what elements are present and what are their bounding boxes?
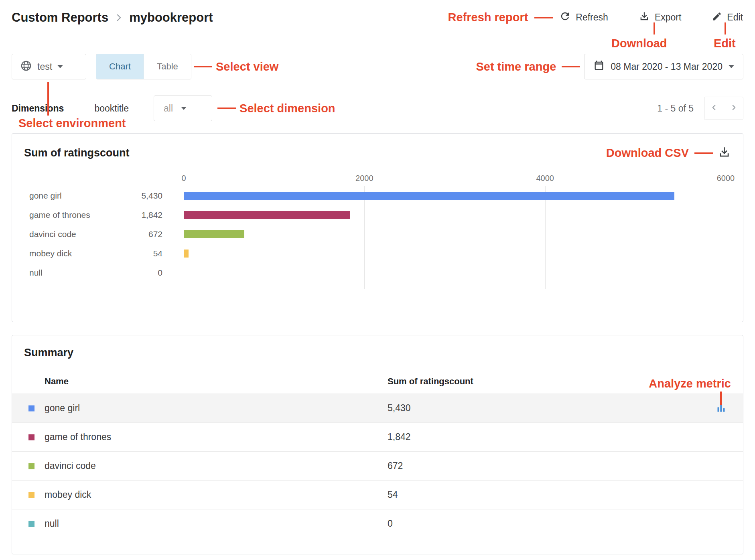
chart-bar-track: [184, 230, 726, 238]
row-name: game of thrones: [45, 432, 388, 442]
summary-title: Summary: [12, 347, 743, 359]
chart-bar[interactable]: [184, 250, 189, 258]
annotation-line: [654, 22, 655, 34]
chart-rows: gone girl 5,430 game of thrones 1,842 da…: [12, 186, 743, 282]
table-row: mobey dick 54: [12, 480, 743, 509]
environment-select[interactable]: test: [12, 54, 86, 79]
toolbar: test Chart Table Select view Set time ra…: [12, 54, 743, 79]
custom-report-page: Custom Reports mybookreport Refresh repo…: [0, 0, 755, 560]
environment-value: test: [37, 61, 52, 72]
row-name: gone girl: [45, 403, 388, 414]
chevron-left-icon: [710, 103, 718, 114]
pagination-next-button[interactable]: [724, 97, 743, 120]
chart-value-label: 672: [106, 229, 162, 239]
axis-tick-label: 4000: [536, 174, 554, 183]
series-color-swatch: [28, 405, 35, 411]
chart-row: null 0: [12, 263, 743, 282]
calendar-icon: [593, 60, 605, 73]
globe-icon: [20, 60, 32, 73]
chart-bar[interactable]: [184, 211, 350, 219]
tab-chart[interactable]: Chart: [96, 54, 144, 79]
chart-category-label: gone girl: [12, 191, 106, 201]
header-actions: Refresh report Refresh Export Edit: [448, 10, 743, 24]
row-name: davinci code: [45, 461, 388, 471]
chart-category-label: game of thrones: [12, 210, 106, 220]
annotation-line: [217, 108, 236, 109]
breadcrumb: Custom Reports mybookreport: [12, 10, 213, 25]
chart-bar-track: [184, 192, 726, 200]
pencil-icon: [712, 11, 722, 24]
chart-value-label: 54: [106, 249, 162, 258]
annotation-select-view: Select view: [216, 60, 278, 73]
table-row: game of thrones 1,842: [12, 422, 743, 451]
series-color-swatch: [28, 521, 35, 527]
dimension-selected-value: all: [164, 103, 173, 114]
summary-card: Summary Name Sum of ratingscount gone gi…: [12, 335, 743, 554]
export-label: Export: [655, 12, 681, 23]
annotation-download: Download: [611, 37, 667, 50]
row-value: 1,842: [388, 432, 699, 442]
summary-table-header: Name Sum of ratingscount: [12, 369, 743, 394]
annotation-download-csv: Download CSV: [606, 146, 689, 160]
row-value: 672: [388, 461, 699, 471]
annotation-set-time-range: Set time range: [476, 60, 556, 73]
bar-chart: 0200040006000 gone girl 5,430 game of th…: [12, 172, 743, 289]
pagination-prev-button[interactable]: [704, 97, 724, 120]
chart-category-label: null: [12, 268, 106, 278]
chart-bar-track: [184, 250, 726, 258]
row-name: mobey dick: [45, 489, 388, 500]
chart-card-header: Sum of ratingscount Download CSV: [12, 134, 743, 160]
dimension-value-select[interactable]: all: [154, 95, 212, 121]
chart-title: Sum of ratingscount: [24, 147, 130, 159]
annotation-select-dimension: Select dimension: [239, 102, 335, 115]
summary-rows: gone girl 5,430 game of thrones 1,842 da…: [12, 394, 743, 538]
row-value: 54: [388, 489, 699, 500]
annotation-line: [694, 152, 713, 154]
annotation-line: [194, 66, 212, 67]
header: Custom Reports mybookreport Refresh repo…: [0, 0, 755, 35]
chart-card: Sum of ratingscount Download CSV 0200040…: [12, 133, 743, 322]
chevron-down-icon: [57, 65, 63, 68]
export-button[interactable]: Export: [639, 11, 681, 24]
chevron-down-icon: [729, 65, 734, 68]
pagination-range: 1 - 5 of 5: [657, 103, 694, 114]
refresh-label: Refresh: [576, 12, 608, 23]
chart-value-label: 1,842: [106, 210, 162, 220]
chart-bar[interactable]: [184, 192, 674, 200]
dimensions-label: Dimensions: [12, 103, 64, 114]
annotation-analyze-metric: Analyze metric: [649, 377, 731, 390]
csv-group: Download CSV: [606, 146, 731, 160]
annotation-edit: Edit: [714, 37, 736, 50]
chart-row: game of thrones 1,842: [12, 205, 743, 225]
dimension-name: booktitle: [94, 103, 129, 114]
series-color-swatch: [28, 463, 35, 469]
breadcrumb-root[interactable]: Custom Reports: [12, 10, 108, 25]
annotation-line: [720, 392, 722, 405]
download-csv-icon[interactable]: [718, 146, 731, 160]
chevron-down-icon: [181, 107, 187, 110]
table-row: davinci code 672: [12, 451, 743, 480]
tab-table[interactable]: Table: [144, 54, 191, 79]
chart-value-label: 0: [106, 268, 162, 278]
refresh-button[interactable]: Refresh: [559, 10, 608, 24]
chart-bar[interactable]: [184, 230, 244, 238]
pagination-buttons: [704, 97, 743, 120]
chevron-right-icon: [114, 13, 124, 22]
series-color-swatch: [28, 492, 35, 498]
chart-axis-ticks: 0200040006000: [184, 172, 726, 186]
chart-row: davinci code 672: [12, 225, 743, 244]
annotation-line: [562, 66, 580, 67]
pagination: 1 - 5 of 5: [657, 97, 743, 120]
annotation-select-environment: Select environment: [18, 117, 126, 130]
edit-button[interactable]: Edit: [712, 11, 743, 24]
annotation-line: [534, 17, 553, 18]
chart-category-label: davinci code: [12, 229, 106, 239]
view-toggle: Chart Table: [96, 54, 191, 79]
breadcrumb-current: mybookreport: [129, 10, 213, 25]
chart-category-label: mobey dick: [12, 249, 106, 258]
chart-bar-track: [184, 269, 726, 277]
date-range-picker[interactable]: 08 Mar 2020 - 13 Mar 2020: [584, 54, 743, 79]
chart-value-label: 5,430: [106, 191, 162, 201]
chart-row: mobey dick 54: [12, 244, 743, 263]
axis-tick-label: 0: [181, 174, 186, 183]
